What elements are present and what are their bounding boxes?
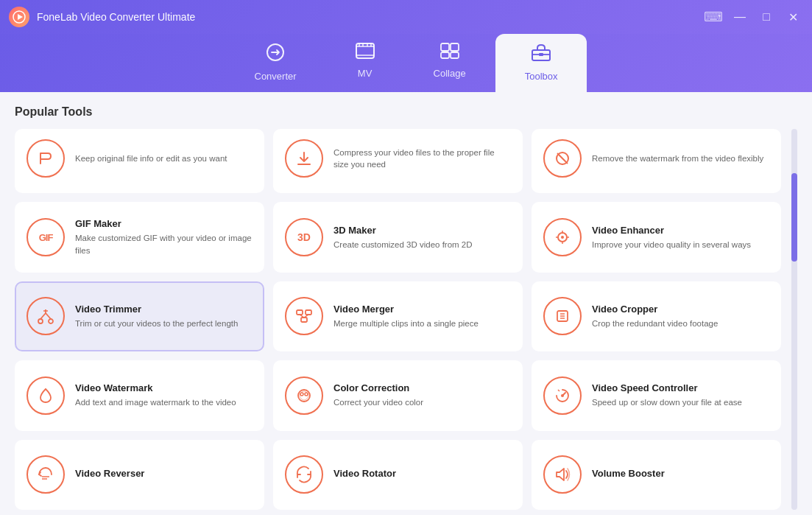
video-trimmer-icon (27, 297, 65, 335)
svg-rect-10 (441, 52, 449, 58)
svg-line-26 (40, 313, 46, 319)
tab-mv[interactable]: MV (326, 34, 404, 92)
video-merger-icon (285, 297, 323, 335)
scrollbar-track[interactable] (791, 129, 797, 510)
video-watermark-name: Video Watermark (75, 382, 253, 393)
video-reverser-name: Video Reverser (75, 468, 253, 479)
svg-rect-14 (539, 53, 543, 56)
video-cropper-icon (543, 297, 582, 335)
tool-card-video-speed[interactable]: Video Speed Controller Speed up or slow … (532, 360, 781, 430)
volume-booster-info: Volume Booster (592, 468, 769, 482)
collage-icon (440, 43, 459, 63)
tool-card-video-compressor[interactable]: Compress your video files to the proper … (273, 129, 523, 193)
tab-toolbox[interactable]: Toolbox (495, 34, 587, 92)
svg-point-19 (561, 236, 564, 239)
tab-collage-label: Collage (434, 68, 466, 79)
video-reverser-info: Video Reverser (75, 468, 253, 482)
gif-maker-desc: Make customized GIF with your video or i… (75, 232, 253, 256)
tool-card-video-trimmer[interactable]: Video Trimmer Trim or cut your videos to… (15, 281, 264, 351)
tab-mv-label: MV (358, 68, 373, 79)
watermark-remover-desc: Remove the watermark from the video flex… (592, 153, 769, 164)
app-icon (9, 7, 29, 27)
video-reverser-icon (27, 455, 65, 494)
tool-card-gif-maker[interactable]: GIF GIF Maker Make customized GIF with y… (15, 202, 264, 272)
tool-card-video-watermark[interactable]: Video Watermark Add text and image water… (15, 360, 264, 430)
svg-rect-11 (451, 52, 459, 58)
video-rotator-info: Video Rotator (333, 468, 511, 482)
video-speed-icon (543, 376, 582, 415)
main-content: Popular Tools Keep original file info or… (0, 92, 812, 515)
volume-booster-name: Volume Booster (592, 468, 769, 479)
minimize-button[interactable]: — (730, 7, 750, 27)
video-rotator-icon (285, 455, 323, 494)
watermark-remover-icon (543, 139, 582, 178)
svg-point-24 (38, 319, 43, 323)
video-enhancer-name: Video Enhancer (592, 225, 769, 236)
tool-card-video-reverser[interactable]: Video Reverser (15, 440, 264, 510)
video-compressor-desc: Compress your video files to the proper … (333, 147, 511, 170)
tab-toolbox-label: Toolbox (525, 71, 558, 82)
tool-card-3d-maker[interactable]: 3D 3D Maker Create customized 3D video f… (273, 202, 523, 272)
svg-marker-47 (557, 469, 564, 480)
color-correction-info: Color Correction Correct your video colo… (333, 382, 511, 408)
tool-card-video-merger[interactable]: Video Merger Merge multiple clips into a… (273, 281, 523, 351)
tools-grid-wrapper: Keep original file info or edit as you w… (15, 129, 797, 510)
tool-card-watermark-remover[interactable]: Remove the watermark from the video flex… (532, 129, 781, 193)
svg-rect-30 (297, 310, 303, 315)
toolbox-icon (531, 43, 551, 66)
svg-line-27 (46, 313, 51, 319)
converter-icon (266, 43, 285, 66)
tab-converter[interactable]: Converter (225, 34, 326, 92)
video-enhancer-icon (543, 218, 582, 256)
video-cropper-desc: Crop the redundant video footage (592, 318, 769, 329)
watermark-remover-info: Remove the watermark from the video flex… (592, 153, 769, 164)
svg-point-40 (300, 393, 303, 396)
video-watermark-info: Video Watermark Add text and image water… (75, 382, 253, 408)
caption-button[interactable]: ⌨ (703, 7, 724, 27)
svg-point-43 (561, 394, 564, 397)
tool-card-volume-booster[interactable]: Volume Booster (532, 440, 781, 510)
svg-line-17 (557, 153, 568, 164)
section-title: Popular Tools (15, 105, 797, 119)
metadata-editor-icon (27, 139, 65, 178)
metadata-editor-desc: Keep original file info or edit as you w… (75, 153, 253, 164)
svg-rect-8 (441, 43, 449, 51)
app-title: FoneLab Video Converter Ultimate (37, 11, 195, 23)
svg-point-25 (49, 319, 53, 323)
svg-marker-1 (18, 14, 23, 20)
video-merger-desc: Merge multiple clips into a single piece (333, 318, 511, 329)
gif-maker-info: GIF Maker Make customized GIF with your … (75, 218, 253, 256)
titlebar-controls: ⌨ — □ ✕ (703, 7, 803, 27)
svg-point-41 (305, 393, 308, 396)
titlebar: FoneLab Video Converter Ultimate ⌨ — □ ✕ (0, 0, 812, 34)
svg-rect-9 (451, 43, 459, 51)
3d-maker-name: 3D Maker (333, 225, 511, 236)
color-correction-name: Color Correction (333, 382, 511, 393)
video-watermark-desc: Add text and image watermark to the vide… (75, 396, 253, 408)
video-enhancer-info: Video Enhancer Improve your video qualit… (592, 225, 769, 251)
maximize-button[interactable]: □ (756, 7, 777, 27)
video-cropper-name: Video Cropper (592, 304, 769, 315)
tool-card-video-rotator[interactable]: Video Rotator (273, 440, 523, 510)
video-trimmer-info: Video Trimmer Trim or cut your videos to… (75, 304, 253, 329)
tab-collage[interactable]: Collage (404, 34, 495, 92)
tools-grid: Keep original file info or edit as you w… (15, 129, 785, 510)
tool-card-color-correction[interactable]: Color Correction Correct your video colo… (273, 360, 523, 430)
close-button[interactable]: ✕ (783, 7, 803, 27)
tool-card-video-enhancer[interactable]: Video Enhancer Improve your video qualit… (532, 202, 781, 272)
gif-maker-name: GIF Maker (75, 218, 253, 229)
video-speed-desc: Speed up or slow down your file at ease (592, 396, 769, 408)
video-rotator-name: Video Rotator (333, 468, 511, 479)
volume-booster-icon (543, 455, 582, 494)
color-correction-icon (285, 376, 323, 415)
video-merger-info: Video Merger Merge multiple clips into a… (333, 304, 511, 329)
video-compressor-icon (285, 139, 323, 178)
scrollbar-thumb[interactable] (791, 173, 797, 262)
tool-card-metadata-editor[interactable]: Keep original file info or edit as you w… (15, 129, 264, 193)
video-speed-name: Video Speed Controller (592, 382, 769, 393)
tab-converter-label: Converter (255, 71, 297, 82)
video-cropper-info: Video Cropper Crop the redundant video f… (592, 304, 769, 329)
3d-maker-info: 3D Maker Create customized 3D video from… (333, 225, 511, 251)
tool-card-video-cropper[interactable]: Video Cropper Crop the redundant video f… (532, 281, 781, 351)
video-watermark-icon (27, 376, 65, 415)
